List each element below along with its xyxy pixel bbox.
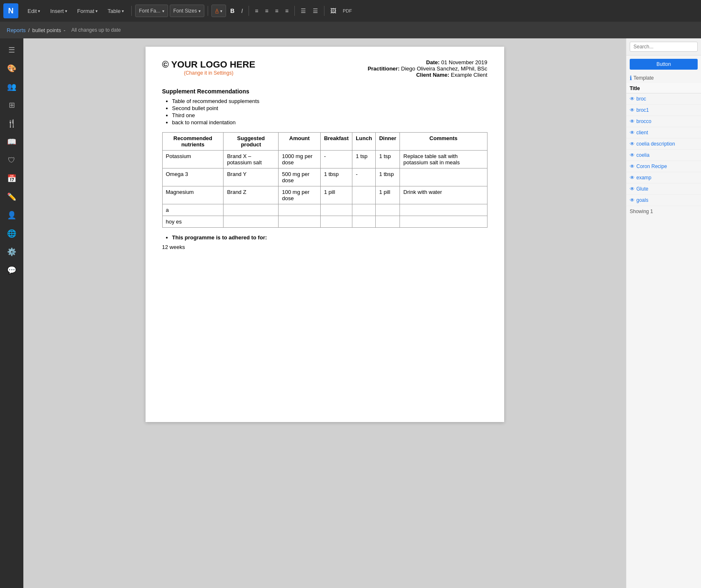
col-header-amount: Amount bbox=[279, 133, 321, 151]
list-item[interactable]: 👁broc bbox=[626, 93, 701, 105]
text-color-btn[interactable]: A ▾ bbox=[211, 5, 226, 17]
list-item[interactable]: 👁Coron Recipe bbox=[626, 161, 701, 172]
list-item[interactable]: 👁examp bbox=[626, 172, 701, 183]
table-cell bbox=[279, 204, 321, 216]
table-cell bbox=[376, 204, 400, 216]
list-item[interactable]: 👁Glute bbox=[626, 183, 701, 195]
logo-text: © YOUR LOGO HERE bbox=[162, 59, 256, 70]
data-table: Recommended nutrients Suggested product … bbox=[162, 132, 487, 228]
eye-icon: 👁 bbox=[630, 197, 635, 203]
users-icon[interactable]: 👥 bbox=[3, 78, 20, 95]
search-area bbox=[626, 38, 701, 55]
globe-icon[interactable]: 🌐 bbox=[3, 225, 20, 242]
text-color-chevron: ▾ bbox=[220, 9, 222, 13]
menu-icon[interactable]: ☰ bbox=[3, 42, 20, 58]
app-logo[interactable]: N bbox=[3, 3, 18, 18]
divider-3 bbox=[249, 6, 249, 16]
panel-title: Title bbox=[626, 83, 701, 93]
menu-edit[interactable]: Edit ▾ bbox=[23, 6, 44, 16]
image-btn[interactable]: 🖼 bbox=[328, 6, 339, 16]
list-item[interactable]: 👁coelia bbox=[626, 150, 701, 161]
list-item: Table of recommended supplements bbox=[172, 98, 487, 104]
table-cell: Brand Y bbox=[224, 168, 279, 186]
client-line: Client Name: Example Client bbox=[368, 72, 487, 78]
table-cell: Omega 3 bbox=[162, 168, 224, 186]
footer-value: 12 weeks bbox=[162, 244, 487, 250]
bold-btn[interactable]: B bbox=[228, 6, 237, 16]
table-cell: - bbox=[352, 168, 376, 186]
list-item: back to normal indentation bbox=[172, 119, 487, 126]
menu-format-chevron: ▾ bbox=[95, 9, 98, 13]
right-panel: Button ℹ Template Title 👁broc👁broc1👁broc… bbox=[626, 38, 701, 588]
justify-btn[interactable]: ≡ bbox=[283, 6, 291, 16]
table-cell bbox=[376, 216, 400, 228]
menu-format[interactable]: Format ▾ bbox=[73, 6, 102, 16]
fork-icon[interactable]: 🍴 bbox=[3, 115, 20, 132]
template-info: ℹ Template bbox=[626, 73, 701, 83]
doc-header: © YOUR LOGO HERE (Change it in Settings)… bbox=[162, 59, 487, 78]
pdf-btn[interactable]: PDF bbox=[340, 7, 354, 15]
divider-4 bbox=[294, 6, 295, 16]
italic-btn[interactable]: I bbox=[239, 6, 245, 16]
eye-icon: 👁 bbox=[630, 130, 635, 136]
practitioner-value: Diego Oliveira Sanchez, MPhil, BSc bbox=[401, 65, 487, 72]
table-row: hoy es bbox=[162, 216, 487, 228]
breadcrumb-reports[interactable]: Reports bbox=[7, 27, 26, 33]
align-left-btn[interactable]: ≡ bbox=[252, 6, 261, 16]
footer-bold: This programme is to adhered to for: bbox=[172, 234, 267, 241]
grid-icon[interactable]: ⊞ bbox=[3, 97, 20, 113]
table-cell bbox=[352, 216, 376, 228]
table-cell bbox=[400, 216, 487, 228]
list-item: Second bullet point bbox=[172, 105, 487, 111]
menu-edit-chevron: ▾ bbox=[38, 9, 40, 13]
shield-icon[interactable]: 🛡 bbox=[3, 152, 20, 168]
breadcrumb-status: All changes up to date bbox=[71, 27, 121, 33]
font-size-chevron: ▾ bbox=[198, 9, 201, 13]
logo-area: © YOUR LOGO HERE (Change it in Settings) bbox=[162, 59, 256, 76]
chat-icon[interactable]: 💬 bbox=[3, 262, 20, 279]
table-cell: 1 tbsp bbox=[376, 168, 400, 186]
search-input[interactable] bbox=[630, 42, 698, 52]
edit-icon[interactable]: ✏️ bbox=[3, 188, 20, 205]
table-cell bbox=[224, 204, 279, 216]
book-icon[interactable]: 📖 bbox=[3, 133, 20, 150]
align-right-btn[interactable]: ≡ bbox=[273, 6, 281, 16]
table-cell: Brand X – potassium salt bbox=[224, 151, 279, 168]
eye-icon: 👁 bbox=[630, 152, 635, 158]
document-area: © YOUR LOGO HERE (Change it in Settings)… bbox=[23, 38, 626, 588]
bullet-list-btn[interactable]: ☰ bbox=[298, 6, 309, 16]
list-item[interactable]: 👁coelia description bbox=[626, 138, 701, 150]
table-cell: Magnesium bbox=[162, 186, 224, 204]
table-cell bbox=[320, 204, 352, 216]
table-cell: Brand Z bbox=[224, 186, 279, 204]
eye-icon: 👁 bbox=[630, 163, 635, 169]
list-item[interactable]: 👁broc1 bbox=[626, 105, 701, 116]
person-icon[interactable]: 👤 bbox=[3, 207, 20, 224]
main-layout: ☰ 🎨 👥 ⊞ 🍴 📖 🛡 📅 ✏️ 👤 🌐 ⚙️ 💬 © YOUR LOGO … bbox=[0, 38, 701, 588]
client-value: Example Client bbox=[451, 72, 487, 78]
table-cell bbox=[400, 204, 487, 216]
list-item[interactable]: 👁client bbox=[626, 127, 701, 138]
divider-5 bbox=[324, 6, 324, 16]
list-item[interactable]: 👁goals bbox=[626, 195, 701, 206]
align-center-btn[interactable]: ≡ bbox=[262, 6, 271, 16]
col-header-nutrients: Recommended nutrients bbox=[162, 133, 224, 151]
font-family-btn[interactable]: Font Fa... ▾ bbox=[135, 5, 168, 17]
gear-icon[interactable]: ⚙️ bbox=[3, 244, 20, 260]
breadcrumb-subpath[interactable]: bullet points bbox=[32, 27, 61, 33]
font-size-btn[interactable]: Font Sizes ▾ bbox=[170, 5, 205, 17]
eye-icon: 👁 bbox=[630, 186, 635, 192]
calendar-icon[interactable]: 📅 bbox=[3, 170, 20, 187]
table-cell: 100 mg per dose bbox=[279, 186, 321, 204]
menu-insert[interactable]: Insert ▾ bbox=[46, 6, 71, 16]
table-cell: 1 tbsp bbox=[320, 168, 352, 186]
panel-button[interactable]: Button bbox=[630, 59, 698, 70]
list-item[interactable]: 👁brocco bbox=[626, 116, 701, 127]
table-cell: 1000 mg per dose bbox=[279, 151, 321, 168]
numbered-list-btn[interactable]: ☰ bbox=[310, 6, 321, 16]
footer-list: This programme is to adhered to for: bbox=[172, 234, 487, 241]
menu-table[interactable]: Table ▾ bbox=[103, 6, 128, 16]
palette-icon[interactable]: 🎨 bbox=[3, 60, 20, 77]
divider-1 bbox=[131, 6, 132, 16]
main-toolbar: N Edit ▾ Insert ▾ Format ▾ Table ▾ Font … bbox=[0, 0, 701, 22]
